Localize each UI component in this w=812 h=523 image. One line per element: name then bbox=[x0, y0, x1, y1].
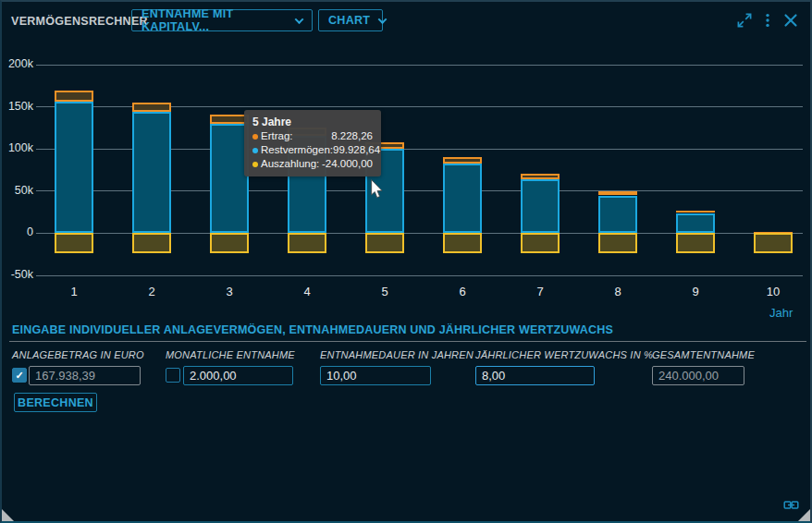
gesamtentnahme-label: GESAMTENTNAHME bbox=[652, 349, 755, 360]
x-tick-label: 10 bbox=[754, 285, 793, 298]
bar-auszahlung-jahr-10[interactable] bbox=[754, 233, 793, 253]
tooltip-label: Auszahlung: bbox=[261, 157, 319, 171]
bar-restvermoegen-jahr-6[interactable] bbox=[443, 164, 482, 234]
entnahmedauer-field[interactable] bbox=[320, 366, 431, 385]
y-tick-label: -50k bbox=[2, 268, 33, 281]
x-tick-label: 6 bbox=[443, 285, 482, 298]
chart-area: 200k150k100k50k0-50k12345678910Jahr bbox=[2, 2, 810, 521]
bar-auszahlung-jahr-5[interactable] bbox=[365, 233, 404, 253]
tooltip-row: Auszahlung: -24.000,00 bbox=[252, 157, 373, 171]
y-tick-label: 100k bbox=[2, 141, 33, 154]
x-tick-label: 2 bbox=[132, 285, 171, 298]
bar-ertrag-jahr-2[interactable] bbox=[132, 103, 171, 112]
wertzuwachs-field[interactable] bbox=[475, 366, 595, 385]
bar-ertrag-jahr-6[interactable] bbox=[443, 157, 482, 163]
restvermoegen-bullet-icon bbox=[252, 148, 258, 153]
bar-ertrag-jahr-8[interactable] bbox=[598, 191, 637, 195]
bar-auszahlung-jahr-2[interactable] bbox=[132, 233, 171, 253]
tooltip-value: 8.228,26 bbox=[331, 129, 373, 143]
bar-auszahlung-jahr-1[interactable] bbox=[55, 233, 93, 253]
resize-grip-bottom-left[interactable] bbox=[2, 509, 14, 521]
bar-restvermoegen-jahr-3[interactable] bbox=[210, 124, 249, 234]
tooltip-label: Restvermögen: bbox=[261, 143, 333, 157]
link-icon[interactable] bbox=[783, 498, 799, 512]
tooltip-value: 99.928,64 bbox=[333, 143, 380, 157]
tooltip-title: 5 Jahre bbox=[252, 115, 373, 129]
bar-restvermoegen-jahr-1[interactable] bbox=[55, 102, 93, 234]
resize-grip-bottom-right[interactable] bbox=[798, 509, 810, 521]
bar-auszahlung-jahr-8[interactable] bbox=[598, 233, 637, 253]
anlagebetrag-field[interactable] bbox=[29, 366, 141, 385]
bar-restvermoegen-jahr-9[interactable] bbox=[676, 213, 715, 233]
x-tick-label: 3 bbox=[210, 285, 249, 298]
anlagebetrag-label: ANLAGEBETRAG IN EURO bbox=[12, 349, 144, 360]
bar-restvermoegen-jahr-2[interactable] bbox=[132, 112, 171, 233]
gridline bbox=[36, 275, 803, 276]
auszahlung-bullet-icon bbox=[252, 162, 258, 167]
tooltip-label: Ertrag: bbox=[261, 129, 293, 143]
x-tick-label: 4 bbox=[288, 285, 326, 298]
bar-ertrag-jahr-9[interactable] bbox=[676, 211, 715, 213]
mouse-cursor bbox=[370, 179, 384, 199]
bar-auszahlung-jahr-6[interactable] bbox=[443, 233, 482, 253]
wertzuwachs-label: JÄHRLICHER WERTZUWACHS IN % bbox=[475, 349, 653, 360]
bar-restvermoegen-jahr-7[interactable] bbox=[521, 179, 560, 234]
ertrag-bullet-icon bbox=[252, 134, 258, 140]
monatliche-entnahme-checkbox[interactable] bbox=[166, 368, 180, 383]
x-tick-label: 9 bbox=[676, 285, 715, 298]
bar-auszahlung-jahr-4[interactable] bbox=[288, 233, 326, 253]
section-divider bbox=[9, 341, 806, 342]
bar-ertrag-jahr-1[interactable] bbox=[55, 91, 93, 101]
tooltip-row: Ertrag: 8.228,26 bbox=[252, 129, 373, 143]
tooltip-value: -24.000,00 bbox=[322, 157, 373, 171]
bar-restvermoegen-jahr-8[interactable] bbox=[598, 196, 637, 234]
x-tick-label: 5 bbox=[365, 285, 404, 298]
y-tick-label: 200k bbox=[2, 57, 33, 70]
x-axis-label: Jahr bbox=[769, 306, 793, 320]
gesamtentnahme-field[interactable] bbox=[652, 366, 744, 385]
gridline bbox=[36, 65, 803, 66]
y-tick-label: 50k bbox=[2, 184, 33, 197]
chart-tooltip: 5 Jahre Ertrag: 8.228,26 Restvermögen: 9… bbox=[244, 110, 381, 176]
y-tick-label: 150k bbox=[2, 100, 33, 113]
monatliche-entnahme-label: MONATLICHE ENTNAHME bbox=[166, 349, 295, 360]
anlagebetrag-checkbox[interactable] bbox=[12, 368, 27, 383]
berechnen-button[interactable]: BERECHNEN bbox=[14, 393, 97, 412]
form-section-title: EINGABE INDIVIDUELLER ANLAGEVERMÖGEN, EN… bbox=[12, 323, 613, 336]
bar-ertrag-jahr-7[interactable] bbox=[521, 174, 560, 178]
x-tick-label: 7 bbox=[521, 285, 560, 298]
entnahmedauer-label: ENTNAHMEDAUER IN JAHREN bbox=[320, 349, 474, 360]
monatliche-entnahme-field[interactable] bbox=[183, 366, 293, 385]
tooltip-row: Restvermögen: 99.928,64 bbox=[252, 143, 373, 157]
bar-auszahlung-jahr-3[interactable] bbox=[210, 233, 249, 253]
y-tick-label: 0 bbox=[2, 225, 33, 238]
x-tick-label: 1 bbox=[55, 285, 93, 298]
x-tick-label: 8 bbox=[598, 285, 637, 298]
bar-auszahlung-jahr-9[interactable] bbox=[676, 233, 715, 253]
bar-ertrag-jahr-3[interactable] bbox=[210, 115, 249, 124]
vermoegensrechner-widget: VERMÖGENSRECHNER ENTNAHME MIT KAPITALV..… bbox=[0, 0, 812, 523]
bar-auszahlung-jahr-7[interactable] bbox=[521, 233, 560, 253]
